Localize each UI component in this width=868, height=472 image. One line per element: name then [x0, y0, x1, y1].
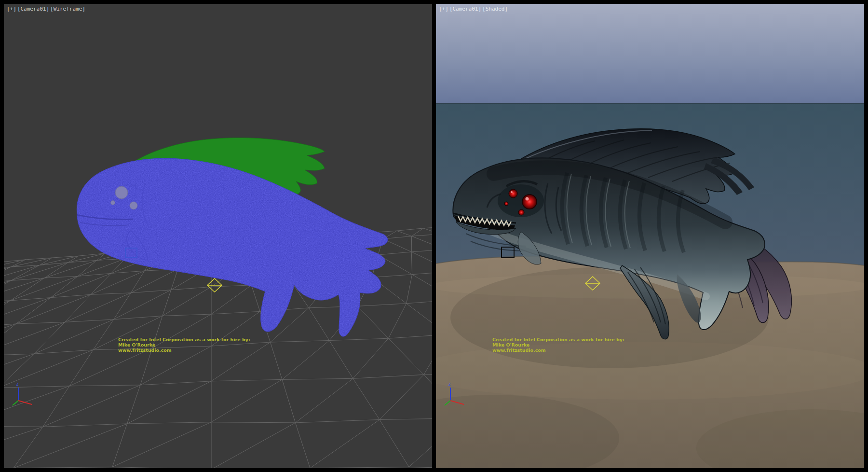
- axis-tripod: z: [10, 380, 39, 408]
- viewport-maximize-menu[interactable]: [+]: [439, 6, 448, 12]
- application-window: [+][Camera01][Wireframe]: [0, 0, 868, 472]
- viewport-maximize-menu[interactable]: [+]: [7, 6, 16, 12]
- fish-eye-red: [518, 209, 524, 215]
- fish-eye-red: [522, 194, 537, 209]
- axis-y-line: [13, 401, 18, 405]
- watermark-text: Created for Intel Corporation as a work …: [492, 337, 624, 353]
- wireframe-scene-canvas[interactable]: [4, 4, 432, 468]
- watermark-line2: Mike O'Rourke: [492, 342, 624, 347]
- viewport-wireframe[interactable]: [+][Camera01][Wireframe]: [4, 4, 432, 468]
- wireframe-speckle-overlay: [77, 158, 387, 336]
- fish-eye: [115, 186, 128, 199]
- shaded-scene-canvas[interactable]: [436, 4, 864, 468]
- fish-eye: [111, 201, 115, 205]
- viewport-shading-menu[interactable]: [Shaded]: [482, 6, 508, 12]
- viewport-pov-menu[interactable]: [Camera01]: [449, 6, 481, 12]
- axis-z-label: z: [16, 381, 19, 387]
- viewport-shading-menu[interactable]: [Wireframe]: [50, 6, 85, 12]
- watermark-text: Created for Intel Corporation as a work …: [118, 337, 250, 353]
- eye-highlight: [511, 191, 513, 193]
- axis-x-line: [18, 401, 32, 404]
- fish-model-wireframe[interactable]: [77, 138, 388, 336]
- fish-eye-red: [509, 189, 517, 198]
- watermark-line3: www.fritzstudio.com: [492, 347, 624, 353]
- eye-highlight: [526, 197, 529, 201]
- viewport-label: [+][Camera01][Wireframe]: [7, 6, 86, 12]
- watermark-line2: Mike O'Rourke: [118, 342, 250, 347]
- viewport-shaded[interactable]: [+][Camera01][Shaded]: [436, 4, 864, 468]
- axis-tripod: z: [442, 380, 471, 408]
- dummy-helper-diamond[interactable]: [207, 278, 222, 292]
- axis-x-line: [450, 401, 464, 404]
- viewport-label: [+][Camera01][Shaded]: [439, 6, 509, 12]
- fish-eye-red: [504, 202, 508, 206]
- fish-eye: [130, 202, 137, 209]
- watermark-line3: www.fritzstudio.com: [118, 347, 250, 353]
- axis-z-label: z: [448, 381, 451, 387]
- sky-backdrop: [436, 4, 864, 104]
- watermark-line1: Created for Intel Corporation as a work …: [118, 337, 250, 342]
- axis-y-line: [445, 401, 450, 405]
- viewport-pov-menu[interactable]: [Camera01]: [17, 6, 49, 12]
- watermark-line1: Created for Intel Corporation as a work …: [492, 337, 624, 342]
